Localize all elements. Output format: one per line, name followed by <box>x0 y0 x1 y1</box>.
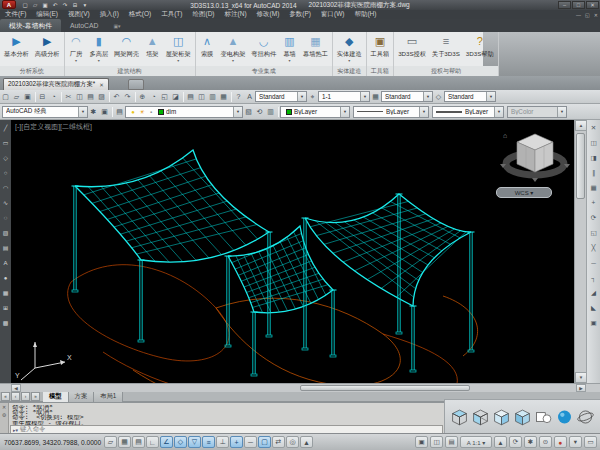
grid-toggle[interactable]: ▤ <box>132 436 145 448</box>
ribbon-button[interactable]: ◠网架网壳 <box>111 33 142 66</box>
model-space-button[interactable]: ▣ <box>415 436 428 448</box>
toolbar-icon[interactable]: ? <box>233 91 244 102</box>
tab-nav-icon[interactable]: » <box>31 392 40 401</box>
ribbon-options-icon[interactable]: ▣▾ <box>107 23 126 29</box>
workspace-combo[interactable]: AutoCAD 经典▼ <box>2 106 88 118</box>
modify-tool-icon[interactable]: ◣ <box>588 300 600 315</box>
menu-item[interactable]: 工具(T) <box>156 10 187 19</box>
menu-item[interactable]: 格式(O) <box>124 10 156 19</box>
menu-item[interactable]: 标注(N) <box>220 10 252 19</box>
selectioncycle-toggle[interactable]: ◎ <box>286 436 299 448</box>
polar-toggle[interactable]: ∠ <box>160 436 173 448</box>
layer-states-icon[interactable]: ▥ <box>265 106 276 117</box>
quickview-drawings-button[interactable]: ▤ <box>445 436 458 448</box>
linetype-combo[interactable]: ByLayer▼ <box>353 106 429 118</box>
toolbar-icon[interactable]: ◔ <box>148 91 159 102</box>
toolbar-icon[interactable]: ◪ <box>170 91 181 102</box>
modify-tool-icon[interactable]: ◢ <box>588 285 600 300</box>
menu-item[interactable]: 绘图(D) <box>188 10 220 19</box>
toolbar-icon[interactable]: ⊕ <box>137 91 148 102</box>
ribbon-button[interactable]: ≡关于3D3S <box>429 33 463 66</box>
file-tab-stub[interactable] <box>128 79 144 90</box>
visual-style-wire2d-icon[interactable] <box>449 406 470 428</box>
snap-toggle[interactable]: ▦ <box>118 436 131 448</box>
toolbar-icon[interactable]: ✂ <box>63 91 74 102</box>
toolbar-icon[interactable]: ◔ <box>48 91 59 102</box>
modify-tool-icon[interactable]: ◨ <box>588 150 600 165</box>
draw-tool-icon[interactable]: ╱ <box>1 120 11 135</box>
draw-tool-icon[interactable]: ● <box>1 270 11 285</box>
ribbon-button[interactable]: ▲塔架 <box>142 33 163 66</box>
osnap-toggle[interactable]: ◇ <box>174 436 187 448</box>
annotation-visibility-button[interactable]: ▲ <box>494 436 507 448</box>
ribbon-button[interactable]: ◠厂房▾ <box>66 33 87 66</box>
workspace-settings-icon[interactable]: ✱ <box>88 106 99 117</box>
modify-tool-icon[interactable]: ┐ <box>588 270 600 285</box>
menu-item[interactable]: 参数(P) <box>284 10 316 19</box>
text-style-combo-icon[interactable]: A <box>244 91 255 102</box>
dim-style-combo[interactable]: 1-1▼ <box>318 91 370 102</box>
visual-style-realistic-icon[interactable] <box>554 406 575 428</box>
draw-tool-icon[interactable]: ▨ <box>1 225 11 240</box>
tab-nav-icon[interactable]: › <box>21 392 30 401</box>
osnap3d-toggle[interactable]: ▽ <box>188 436 201 448</box>
ribbon-button[interactable]: ▦幕墙热工 <box>300 33 331 66</box>
qat-dropdown-icon[interactable]: ▾ <box>80 1 90 10</box>
ribbon-tab[interactable]: AutoCAD <box>61 19 107 32</box>
viewcube-wcs-pill[interactable]: WCS ▾ <box>496 187 552 198</box>
modify-tool-icon[interactable]: ⟳ <box>588 210 600 225</box>
visual-style-xray-icon[interactable] <box>575 406 596 428</box>
toolbar-icon[interactable]: ▥ <box>207 91 218 102</box>
modify-tool-icon[interactable]: ◫ <box>588 135 600 150</box>
menu-item[interactable]: 帮助(H) <box>349 10 381 19</box>
draw-tool-icon[interactable]: ◌ <box>1 210 11 225</box>
modify-tool-icon[interactable]: ╳ <box>588 240 600 255</box>
undo-icon[interactable]: ↶ <box>50 1 60 10</box>
ribbon-button[interactable]: ∧索膜 <box>197 33 218 66</box>
viewport-controls-label[interactable]: [-][自定义视图][二维线框] <box>15 122 92 132</box>
make-layer-current-icon[interactable]: ▧ <box>243 106 254 117</box>
transparency-toggle[interactable]: ▢ <box>258 436 271 448</box>
dim-style-combo-icon[interactable]: ⌖ <box>307 91 318 102</box>
doc-close-icon[interactable]: ✕ <box>594 12 598 18</box>
ribbon-button[interactable]: ◡弯扭构件 <box>248 33 279 66</box>
redo-icon[interactable]: ↷ <box>60 1 70 10</box>
ortho-toggle[interactable]: ∟ <box>146 436 159 448</box>
visual-style-wire3d-icon[interactable] <box>470 406 491 428</box>
drawing-file-tab[interactable]: 20210302菲律宾医院雨棚方案* ✕ <box>3 78 109 90</box>
toolbar-icon[interactable]: ▨ <box>96 91 107 102</box>
toolbar-icon[interactable]: ↶ <box>111 91 122 102</box>
draw-tool-icon[interactable]: ⊞ <box>1 300 11 315</box>
modify-tool-icon[interactable]: ─ <box>588 255 600 270</box>
text-style-combo[interactable]: Standard▼ <box>255 91 307 102</box>
minimize-button[interactable]: – <box>558 1 571 9</box>
ribbon-tab[interactable]: 模块-幕墙构件 <box>0 19 61 32</box>
layer-combo[interactable]: ●☀▪ dim▼ <box>125 106 243 118</box>
menu-item[interactable]: 插入(I) <box>95 10 124 19</box>
toolbar-icon[interactable]: ◱ <box>159 91 170 102</box>
draw-tool-icon[interactable]: A <box>1 255 11 270</box>
annomonitor-toggle[interactable]: ▲ <box>300 436 313 448</box>
layout-tab-other[interactable]: 布局1 <box>94 392 123 402</box>
menu-item[interactable]: 编辑(E) <box>31 10 63 19</box>
open-file-icon[interactable]: ▱ <box>30 1 40 10</box>
mleader-style-combo[interactable]: Standard▼ <box>444 91 496 102</box>
ribbon-button[interactable]: ▥幕墙▾ <box>279 33 300 66</box>
doc-restore-icon[interactable]: ◱ <box>585 12 590 18</box>
toolbar-icon[interactable]: ▣ <box>22 91 33 102</box>
modify-tool-icon[interactable]: ∥ <box>588 165 600 180</box>
modify-tool-icon[interactable]: + <box>588 195 600 210</box>
new-file-icon[interactable]: ▢ <box>20 1 30 10</box>
visual-style-shaded-icon[interactable] <box>512 406 533 428</box>
ribbon-button[interactable]: ▶基本分析 <box>1 33 32 66</box>
hscroll-thumb[interactable] <box>300 385 470 391</box>
layout-tab-model[interactable]: 模型 <box>43 392 69 402</box>
drawing-canvas[interactable]: XY⌂ [-][自定义视图][二维线框] WCS ▾ <box>11 120 574 383</box>
modify-tool-icon[interactable]: ✕ <box>588 120 600 135</box>
plot-icon[interactable]: ⊟ <box>70 1 80 10</box>
toolbar-icon[interactable]: ⊟ <box>37 91 48 102</box>
maximize-button[interactable]: □ <box>572 1 585 9</box>
draw-tool-icon[interactable]: ◇ <box>1 150 11 165</box>
menu-item[interactable]: 修改(M) <box>252 10 285 19</box>
mleader-style-combo-icon[interactable]: ◇ <box>433 91 444 102</box>
